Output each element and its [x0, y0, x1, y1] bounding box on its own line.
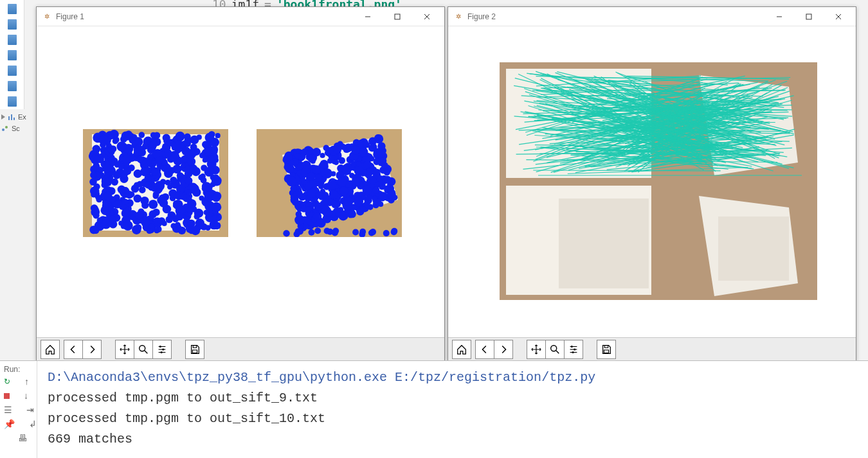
figure-1-titlebar[interactable]: ✲ Figure 1 — [37, 7, 444, 26]
minimize-button[interactable] — [353, 7, 383, 26]
file-icon[interactable] — [8, 81, 17, 91]
svg-point-383 — [103, 164, 112, 173]
svg-point-444 — [147, 228, 152, 234]
match-image — [500, 62, 817, 300]
svg-point-1149 — [572, 351, 574, 353]
scroll-down-icon[interactable]: ↓ — [24, 391, 28, 401]
svg-point-274 — [200, 173, 206, 179]
forward-button[interactable] — [82, 340, 102, 359]
svg-point-244 — [205, 133, 215, 143]
file-icon[interactable] — [8, 66, 17, 76]
sidebar-item-scivue[interactable]: Sc — [1, 125, 33, 132]
close-button[interactable] — [412, 7, 442, 26]
svg-point-392 — [186, 197, 192, 202]
svg-point-365 — [212, 194, 221, 202]
bar-chart-icon — [8, 113, 15, 121]
home-button[interactable] — [452, 340, 471, 359]
wrap-icon[interactable]: ⇥ — [26, 405, 34, 415]
svg-point-272 — [123, 199, 129, 205]
zoom-button[interactable] — [134, 340, 153, 359]
svg-rect-1151 — [604, 349, 608, 353]
svg-point-372 — [166, 216, 173, 223]
svg-point-638 — [378, 202, 383, 207]
scroll-up-icon[interactable]: ↑ — [24, 376, 29, 387]
match-svg — [500, 62, 817, 300]
svg-point-396 — [118, 221, 123, 226]
maximize-button[interactable] — [383, 7, 412, 26]
home-button[interactable] — [41, 340, 60, 359]
svg-point-367 — [204, 183, 212, 191]
save-button[interactable] — [185, 340, 204, 359]
figure-2-canvas[interactable] — [448, 26, 856, 337]
svg-rect-880 — [718, 216, 789, 281]
figure-2-title: Figure 2 — [467, 12, 764, 21]
svg-point-425 — [151, 169, 158, 176]
svg-point-835 — [354, 166, 363, 175]
svg-point-736 — [384, 176, 392, 184]
forward-button[interactable] — [494, 340, 513, 359]
pin-icon[interactable]: 📌 — [4, 419, 15, 429]
subplots-button[interactable] — [152, 340, 172, 359]
figure-2-titlebar[interactable]: ✲ Figure 2 — [448, 7, 856, 26]
svg-point-455 — [104, 192, 113, 200]
svg-point-1148 — [574, 348, 575, 350]
matplotlib-icon: ✲ — [453, 12, 464, 22]
svg-point-350 — [207, 197, 212, 202]
svg-point-433 — [142, 143, 149, 150]
svg-point-431 — [186, 149, 196, 159]
file-icon[interactable] — [8, 96, 17, 107]
rerun-icon[interactable]: ↻ — [4, 377, 10, 386]
file-icon[interactable] — [8, 4, 17, 14]
svg-point-859 — [283, 230, 289, 236]
svg-point-766 — [285, 154, 293, 161]
svg-point-642 — [334, 160, 339, 165]
window-controls — [353, 7, 442, 26]
subplots-button[interactable] — [564, 340, 583, 359]
svg-point-164 — [215, 133, 221, 138]
minimize-button[interactable] — [764, 7, 794, 26]
svg-point-847 — [314, 227, 321, 234]
file-icon[interactable] — [8, 35, 17, 45]
svg-point-865 — [159, 345, 161, 347]
svg-point-409 — [197, 210, 203, 216]
svg-point-458 — [176, 213, 184, 221]
sidebar-item-external[interactable]: Ex — [1, 113, 33, 121]
svg-point-760 — [327, 181, 336, 190]
svg-point-843 — [383, 230, 390, 236]
svg-point-749 — [296, 163, 303, 170]
layout-icon[interactable]: ☰ — [4, 405, 12, 415]
svg-rect-1 — [11, 114, 12, 120]
zoom-button[interactable] — [545, 340, 565, 359]
svg-point-809 — [388, 191, 396, 199]
file-icon[interactable] — [8, 19, 17, 30]
svg-point-858 — [297, 229, 303, 235]
file-icon[interactable] — [8, 50, 17, 60]
save-button[interactable] — [597, 340, 616, 359]
svg-rect-2 — [14, 118, 15, 120]
svg-point-359 — [187, 222, 193, 227]
svg-point-281 — [149, 210, 157, 218]
svg-point-833 — [312, 148, 321, 156]
figure-1-canvas[interactable] — [37, 26, 444, 337]
back-button[interactable] — [475, 340, 494, 359]
console-output[interactable]: D:\Anaconda3\envs\tpz_py38_tf_gpu\python… — [37, 361, 868, 458]
pan-button[interactable] — [115, 340, 134, 359]
print-icon[interactable]: 🖶 — [18, 433, 27, 443]
svg-point-837 — [356, 161, 361, 166]
svg-point-410 — [93, 227, 100, 234]
maximize-button[interactable] — [794, 7, 824, 26]
window-controls — [764, 7, 853, 26]
svg-point-452 — [92, 145, 100, 154]
svg-point-252 — [157, 197, 165, 204]
close-button[interactable] — [824, 7, 853, 26]
back-button[interactable] — [64, 340, 83, 359]
svg-point-353 — [150, 141, 158, 148]
svg-point-439 — [165, 180, 171, 186]
svg-point-855 — [332, 229, 338, 236]
soft-wrap-icon[interactable]: ↲ — [29, 419, 37, 429]
svg-line-1143 — [556, 350, 559, 353]
stop-icon[interactable] — [4, 393, 10, 399]
svg-point-441 — [156, 157, 163, 164]
pan-button[interactable] — [527, 340, 546, 359]
svg-point-415 — [137, 181, 143, 188]
